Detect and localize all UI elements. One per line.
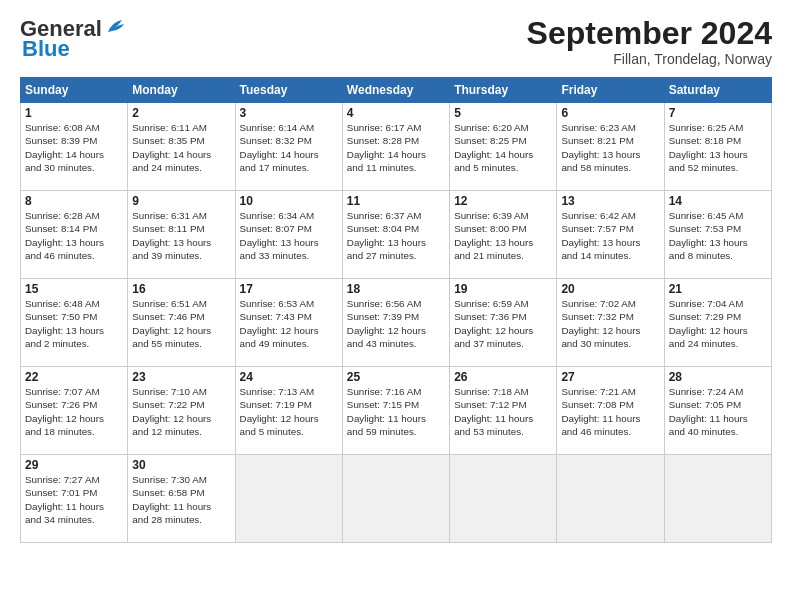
day-detail: Sunrise: 7:30 AM Sunset: 6:58 PM Dayligh… <box>132 473 230 526</box>
day-number: 6 <box>561 106 659 120</box>
day-detail: Sunrise: 7:07 AM Sunset: 7:26 PM Dayligh… <box>25 385 123 438</box>
table-row: 13Sunrise: 6:42 AM Sunset: 7:57 PM Dayli… <box>557 191 664 279</box>
page-header: General Blue September 2024 Fillan, Tron… <box>20 16 772 67</box>
table-row: 28Sunrise: 7:24 AM Sunset: 7:05 PM Dayli… <box>664 367 771 455</box>
day-detail: Sunrise: 6:28 AM Sunset: 8:14 PM Dayligh… <box>25 209 123 262</box>
col-wednesday: Wednesday <box>342 78 449 103</box>
calendar-week-row: 15Sunrise: 6:48 AM Sunset: 7:50 PM Dayli… <box>21 279 772 367</box>
table-row: 19Sunrise: 6:59 AM Sunset: 7:36 PM Dayli… <box>450 279 557 367</box>
table-row: 18Sunrise: 6:56 AM Sunset: 7:39 PM Dayli… <box>342 279 449 367</box>
logo-blue: Blue <box>22 36 70 62</box>
col-friday: Friday <box>557 78 664 103</box>
table-row: 14Sunrise: 6:45 AM Sunset: 7:53 PM Dayli… <box>664 191 771 279</box>
table-row: 20Sunrise: 7:02 AM Sunset: 7:32 PM Dayli… <box>557 279 664 367</box>
day-detail: Sunrise: 6:51 AM Sunset: 7:46 PM Dayligh… <box>132 297 230 350</box>
table-row: 27Sunrise: 7:21 AM Sunset: 7:08 PM Dayli… <box>557 367 664 455</box>
day-number: 21 <box>669 282 767 296</box>
day-number: 11 <box>347 194 445 208</box>
table-row: 1Sunrise: 6:08 AM Sunset: 8:39 PM Daylig… <box>21 103 128 191</box>
table-row <box>450 455 557 543</box>
calendar-week-row: 8Sunrise: 6:28 AM Sunset: 8:14 PM Daylig… <box>21 191 772 279</box>
table-row <box>235 455 342 543</box>
day-detail: Sunrise: 6:34 AM Sunset: 8:07 PM Dayligh… <box>240 209 338 262</box>
day-detail: Sunrise: 6:31 AM Sunset: 8:11 PM Dayligh… <box>132 209 230 262</box>
day-number: 9 <box>132 194 230 208</box>
table-row: 26Sunrise: 7:18 AM Sunset: 7:12 PM Dayli… <box>450 367 557 455</box>
table-row: 23Sunrise: 7:10 AM Sunset: 7:22 PM Dayli… <box>128 367 235 455</box>
day-number: 26 <box>454 370 552 384</box>
day-number: 19 <box>454 282 552 296</box>
day-detail: Sunrise: 6:20 AM Sunset: 8:25 PM Dayligh… <box>454 121 552 174</box>
day-number: 15 <box>25 282 123 296</box>
day-number: 12 <box>454 194 552 208</box>
day-detail: Sunrise: 7:24 AM Sunset: 7:05 PM Dayligh… <box>669 385 767 438</box>
day-number: 22 <box>25 370 123 384</box>
day-detail: Sunrise: 6:59 AM Sunset: 7:36 PM Dayligh… <box>454 297 552 350</box>
logo-bird-icon <box>104 18 126 36</box>
day-number: 20 <box>561 282 659 296</box>
day-number: 28 <box>669 370 767 384</box>
day-detail: Sunrise: 7:16 AM Sunset: 7:15 PM Dayligh… <box>347 385 445 438</box>
day-detail: Sunrise: 6:14 AM Sunset: 8:32 PM Dayligh… <box>240 121 338 174</box>
table-row: 3Sunrise: 6:14 AM Sunset: 8:32 PM Daylig… <box>235 103 342 191</box>
calendar-title: September 2024 <box>527 16 772 51</box>
day-number: 24 <box>240 370 338 384</box>
calendar-week-row: 22Sunrise: 7:07 AM Sunset: 7:26 PM Dayli… <box>21 367 772 455</box>
col-monday: Monday <box>128 78 235 103</box>
col-saturday: Saturday <box>664 78 771 103</box>
table-row: 9Sunrise: 6:31 AM Sunset: 8:11 PM Daylig… <box>128 191 235 279</box>
day-number: 14 <box>669 194 767 208</box>
day-detail: Sunrise: 7:18 AM Sunset: 7:12 PM Dayligh… <box>454 385 552 438</box>
day-number: 10 <box>240 194 338 208</box>
day-number: 29 <box>25 458 123 472</box>
day-detail: Sunrise: 6:17 AM Sunset: 8:28 PM Dayligh… <box>347 121 445 174</box>
day-number: 27 <box>561 370 659 384</box>
table-row: 21Sunrise: 7:04 AM Sunset: 7:29 PM Dayli… <box>664 279 771 367</box>
col-thursday: Thursday <box>450 78 557 103</box>
calendar-week-row: 1Sunrise: 6:08 AM Sunset: 8:39 PM Daylig… <box>21 103 772 191</box>
table-row: 11Sunrise: 6:37 AM Sunset: 8:04 PM Dayli… <box>342 191 449 279</box>
calendar-week-row: 29Sunrise: 7:27 AM Sunset: 7:01 PM Dayli… <box>21 455 772 543</box>
day-number: 25 <box>347 370 445 384</box>
day-detail: Sunrise: 7:27 AM Sunset: 7:01 PM Dayligh… <box>25 473 123 526</box>
day-number: 16 <box>132 282 230 296</box>
day-detail: Sunrise: 6:45 AM Sunset: 7:53 PM Dayligh… <box>669 209 767 262</box>
title-block: September 2024 Fillan, Trondelag, Norway <box>527 16 772 67</box>
table-row: 17Sunrise: 6:53 AM Sunset: 7:43 PM Dayli… <box>235 279 342 367</box>
table-row: 30Sunrise: 7:30 AM Sunset: 6:58 PM Dayli… <box>128 455 235 543</box>
day-number: 4 <box>347 106 445 120</box>
day-number: 30 <box>132 458 230 472</box>
day-detail: Sunrise: 6:23 AM Sunset: 8:21 PM Dayligh… <box>561 121 659 174</box>
table-row: 16Sunrise: 6:51 AM Sunset: 7:46 PM Dayli… <box>128 279 235 367</box>
day-detail: Sunrise: 7:13 AM Sunset: 7:19 PM Dayligh… <box>240 385 338 438</box>
day-detail: Sunrise: 6:37 AM Sunset: 8:04 PM Dayligh… <box>347 209 445 262</box>
table-row: 6Sunrise: 6:23 AM Sunset: 8:21 PM Daylig… <box>557 103 664 191</box>
day-number: 23 <box>132 370 230 384</box>
calendar-subtitle: Fillan, Trondelag, Norway <box>527 51 772 67</box>
col-sunday: Sunday <box>21 78 128 103</box>
day-detail: Sunrise: 7:02 AM Sunset: 7:32 PM Dayligh… <box>561 297 659 350</box>
table-row: 4Sunrise: 6:17 AM Sunset: 8:28 PM Daylig… <box>342 103 449 191</box>
day-detail: Sunrise: 6:25 AM Sunset: 8:18 PM Dayligh… <box>669 121 767 174</box>
table-row: 8Sunrise: 6:28 AM Sunset: 8:14 PM Daylig… <box>21 191 128 279</box>
table-row: 25Sunrise: 7:16 AM Sunset: 7:15 PM Dayli… <box>342 367 449 455</box>
day-detail: Sunrise: 7:21 AM Sunset: 7:08 PM Dayligh… <box>561 385 659 438</box>
day-detail: Sunrise: 6:56 AM Sunset: 7:39 PM Dayligh… <box>347 297 445 350</box>
table-row: 24Sunrise: 7:13 AM Sunset: 7:19 PM Dayli… <box>235 367 342 455</box>
table-row <box>342 455 449 543</box>
day-detail: Sunrise: 6:42 AM Sunset: 7:57 PM Dayligh… <box>561 209 659 262</box>
col-tuesday: Tuesday <box>235 78 342 103</box>
day-number: 18 <box>347 282 445 296</box>
table-row: 5Sunrise: 6:20 AM Sunset: 8:25 PM Daylig… <box>450 103 557 191</box>
day-detail: Sunrise: 6:08 AM Sunset: 8:39 PM Dayligh… <box>25 121 123 174</box>
day-detail: Sunrise: 6:53 AM Sunset: 7:43 PM Dayligh… <box>240 297 338 350</box>
table-row: 2Sunrise: 6:11 AM Sunset: 8:35 PM Daylig… <box>128 103 235 191</box>
day-detail: Sunrise: 6:11 AM Sunset: 8:35 PM Dayligh… <box>132 121 230 174</box>
day-detail: Sunrise: 6:39 AM Sunset: 8:00 PM Dayligh… <box>454 209 552 262</box>
day-number: 17 <box>240 282 338 296</box>
table-row: 15Sunrise: 6:48 AM Sunset: 7:50 PM Dayli… <box>21 279 128 367</box>
calendar-header-row: Sunday Monday Tuesday Wednesday Thursday… <box>21 78 772 103</box>
table-row: 12Sunrise: 6:39 AM Sunset: 8:00 PM Dayli… <box>450 191 557 279</box>
day-number: 7 <box>669 106 767 120</box>
day-number: 5 <box>454 106 552 120</box>
